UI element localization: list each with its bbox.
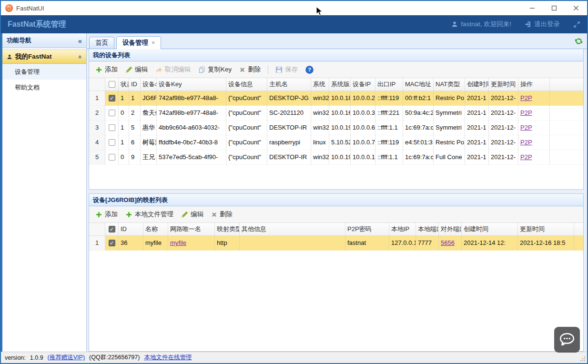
tab-close-icon[interactable]: × [152, 40, 155, 46]
row-number: 3 [89, 121, 105, 135]
column-header-p2p_pwd[interactable]: P2P密码 [345, 223, 389, 236]
column-header-other[interactable]: 其他信息 [240, 223, 345, 236]
resize-grip-icon[interactable] [579, 355, 586, 362]
cell-link-action[interactable]: P2P [520, 109, 532, 116]
cell-updated: 2021-12- [489, 106, 518, 121]
cell-os_version: 10.0.16 [329, 106, 351, 121]
maximize-button[interactable] [543, 1, 565, 15]
cell-link-action[interactable]: P2P [520, 139, 532, 146]
column-header-os_version[interactable]: 系统版本 [329, 78, 351, 91]
column-header-ext_port[interactable]: 对外端口 [439, 223, 462, 236]
column-header-action[interactable]: 操作 [518, 78, 550, 91]
logout-button[interactable]: 退出登录 [525, 20, 560, 29]
column-header-map_type[interactable]: 映射类型 [215, 223, 240, 236]
column-header-id[interactable]: ID [119, 223, 143, 236]
column-header-name[interactable]: 设备名 [141, 78, 157, 91]
cell-out_ip: ::ffff:119 [375, 135, 403, 150]
device-row[interactable]: 416树莓派ffddfb4e-0bc7-40b3-8{"cpuCount"ras… [89, 135, 583, 150]
cell-os: win32 [311, 150, 329, 165]
column-header-status[interactable]: 状态 [119, 78, 129, 91]
mapping-row[interactable]: 1✓36myfilemyfilehttpfastnat127.0.0.17777… [89, 236, 583, 251]
toolbar-button-label: 编辑 [135, 65, 148, 74]
column-header-created[interactable]: 创建时间 [465, 78, 489, 91]
copy-key-button[interactable]: 复制Key [195, 63, 235, 76]
cell-os_version: 5.10.52 [329, 135, 351, 150]
cell-link-net_name[interactable]: myfile [170, 239, 186, 246]
cell-nat: Symmetri [434, 121, 465, 135]
collapse-up-icon[interactable]: « [77, 55, 84, 58]
row-checkbox[interactable]: ✓ [109, 240, 115, 246]
sidebar-item-label: 帮助文档 [15, 83, 40, 92]
sidebar-collapse-icon[interactable]: « [78, 37, 82, 45]
column-header-nat[interactable]: NAT类型 [434, 78, 465, 91]
cell-os_version: 10.0.19 [329, 121, 351, 135]
sidebar-title: 功能导航 [7, 36, 31, 45]
close-button[interactable] [565, 1, 587, 15]
cell-link-action[interactable]: P2P [520, 124, 532, 131]
column-header-host[interactable]: 主机名 [267, 78, 311, 91]
local-file-online-link[interactable]: 本地文件在线管理 [144, 354, 192, 362]
row-checkbox[interactable] [109, 154, 115, 161]
delete-mapping-button[interactable]: 删除 [208, 208, 236, 221]
help-button[interactable]: ? [302, 63, 317, 76]
refresh-icon[interactable] [575, 37, 583, 45]
local-file-manage-button[interactable]: 本地文件管理 [122, 208, 177, 221]
delete-button[interactable]: 删除 [236, 63, 264, 76]
cell-info: {"cpuCount" [226, 135, 267, 150]
column-header-created[interactable]: 创建时间 [462, 223, 518, 236]
column-header-key[interactable]: 设备Key [157, 78, 226, 91]
select-all-checkbox[interactable] [109, 81, 115, 88]
add-button[interactable]: 添加 [92, 63, 121, 76]
edit-button[interactable]: 编辑 [122, 63, 151, 76]
cell-name: 惠华 [141, 121, 157, 135]
device-row[interactable]: 1✓11JG6ROIB742af98b-e977-48a8-{"cpuCount… [89, 91, 583, 106]
cell-info: {"cpuCount" [226, 150, 267, 165]
status-bar: version: 1.0.9 (推荐赠送VIP) (QQ群:225656797)… [1, 352, 587, 363]
column-header-os[interactable]: 系统 [311, 78, 329, 91]
vip-link[interactable]: (推荐赠送VIP) [48, 354, 85, 362]
row-checkbox[interactable] [109, 110, 115, 116]
cell-key: 537e7ed5-5cab-4f90- [157, 150, 226, 165]
column-header-name[interactable]: 名称 [143, 223, 168, 236]
column-header-updated[interactable]: 更新时间 [518, 223, 574, 236]
cell-mac: 1c:69:7a:c [403, 121, 434, 135]
column-header-net_name[interactable]: 网路唯一名 [168, 223, 215, 236]
column-header-local_ip[interactable]: 本地IP [389, 223, 416, 236]
cell-nat: Full Cone [434, 150, 465, 165]
minimize-button[interactable] [521, 1, 543, 15]
cell-host: DESKTOP-IR [267, 121, 311, 135]
column-header-mac[interactable]: MAC地址 [403, 78, 434, 91]
undo-icon [155, 66, 162, 73]
copy-icon [198, 66, 205, 73]
tab-home[interactable]: 首页 [89, 37, 114, 49]
device-row[interactable]: 315惠华4bb9c604-a603-4032-{"cpuCount"DESKT… [89, 121, 583, 135]
edit-mapping-button[interactable]: 编辑 [178, 208, 207, 221]
device-row[interactable]: 509王兄537e7ed5-5cab-4f90-{"cpuCount"DESKT… [89, 150, 583, 165]
row-checkbox[interactable] [109, 139, 115, 146]
cell-link-ext_port[interactable]: 5656 [441, 239, 455, 246]
tab-device-manage[interactable]: 设备管理 × [116, 36, 161, 49]
tab-label: 首页 [95, 39, 108, 47]
cell-link-action[interactable]: P2P [520, 94, 532, 101]
column-header-out_ip[interactable]: 出口IP [375, 78, 403, 91]
cell-updated: 2021-12- [489, 150, 518, 165]
row-checkbox[interactable] [109, 124, 115, 131]
row-checkbox[interactable]: ✓ [109, 95, 115, 101]
cell-key: 4bb9c604-a603-4032- [157, 121, 226, 135]
column-header-local_port[interactable]: 本地端口 [416, 223, 439, 236]
sidebar-item-help-docs[interactable]: 帮助文档 [2, 80, 86, 95]
column-header-id[interactable]: ID [129, 78, 141, 91]
cell-host: raspberrypi [267, 135, 311, 150]
device-row[interactable]: 202詹天佑742af98b-e977-48a8-{"cpuCount"SC-2… [89, 106, 583, 121]
toolbar-button-label: 本地文件管理 [135, 210, 173, 219]
add-mapping-button[interactable]: 添加 [92, 208, 121, 221]
select-all-checkbox[interactable]: ✓ [109, 226, 115, 233]
column-header-info[interactable]: 设备信息 [226, 78, 267, 91]
sidebar-item-device-manage[interactable]: 设备管理 [2, 64, 86, 80]
chat-button[interactable] [554, 327, 580, 353]
fullscreen-button[interactable] [573, 21, 580, 28]
cell-link-action[interactable]: P2P [520, 153, 532, 161]
column-header-updated[interactable]: 更新时间 [489, 78, 518, 91]
accordion-my-fastnat[interactable]: 我的FastNat « [2, 50, 86, 64]
column-header-device_ip[interactable]: 设备IP [351, 78, 375, 91]
